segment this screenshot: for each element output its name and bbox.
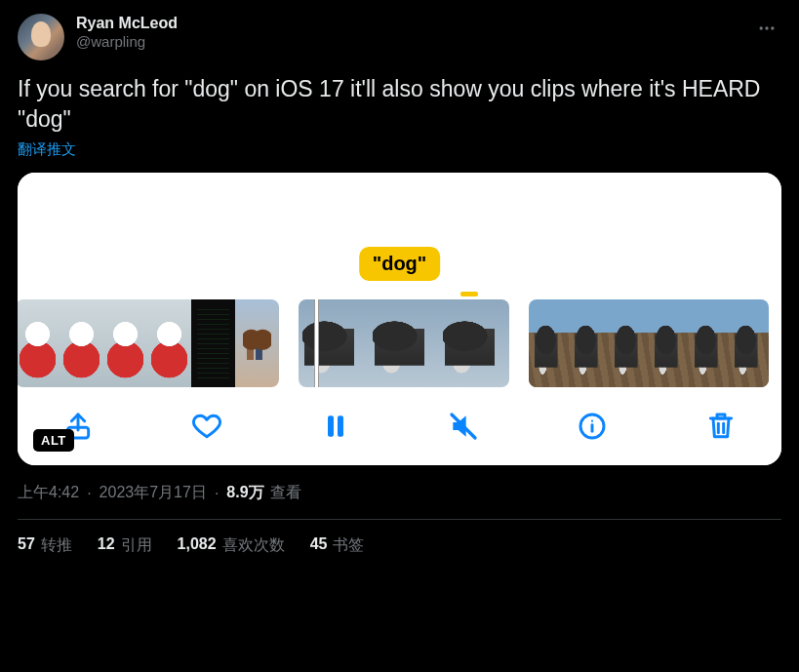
search-term-bubble: "dog" [359,247,441,281]
like-button[interactable] [187,407,226,446]
tweet-time[interactable]: 上午4:42 [18,483,79,503]
bookmarks-label: 书签 [333,535,364,556]
video-frame [529,299,569,387]
bookmarks-count: 45 [310,535,328,556]
separator: · [85,485,93,502]
translate-link[interactable]: 翻译推文 [18,140,76,159]
video-frame [729,299,769,387]
clip-group-active[interactable] [299,299,509,387]
media-toolbar [18,387,781,465]
video-frame [439,299,509,387]
author-block[interactable]: Ryan McLeod @warpling [76,14,178,52]
heart-icon [191,411,222,442]
video-frame [649,299,689,387]
more-options-button[interactable] [750,12,783,45]
views-label: 查看 [270,483,301,503]
tweet-header: Ryan McLeod @warpling [18,14,781,60]
retweets-stat[interactable]: 57 转推 [18,535,72,556]
likes-stat[interactable]: 1,082 喜欢次数 [178,535,285,556]
bookmarks-stat[interactable]: 45 书签 [310,535,365,556]
video-frame [689,299,729,387]
likes-count: 1,082 [178,535,217,556]
video-frame [369,299,439,387]
trash-icon [705,411,737,442]
more-icon [757,19,777,38]
tweet-text: If you search for "dog" on iOS 17 it'll … [18,74,781,135]
quotes-stat[interactable]: 12 引用 [98,535,152,556]
mute-button[interactable] [444,407,483,446]
retweets-label: 转推 [41,535,72,556]
svg-point-0 [760,26,763,29]
views-count[interactable]: 8.9万 [226,483,263,503]
video-frame [569,299,609,387]
svg-point-9 [591,420,593,422]
engagement-stats: 57 转推 12 引用 1,082 喜欢次数 45 书签 [18,535,781,556]
separator: · [213,485,220,502]
info-icon [577,411,608,442]
retweets-count: 57 [18,535,35,556]
speaker-muted-icon [448,411,479,442]
user-handle: @warpling [76,33,178,52]
video-frame [609,299,649,387]
pause-icon [320,411,351,442]
avatar[interactable] [18,14,64,60]
tweet-date[interactable]: 2023年7月17日 [100,483,207,503]
tweet-container: Ryan McLeod @warpling If you search for … [0,0,799,570]
info-button[interactable] [573,407,612,446]
quotes-count: 12 [98,535,115,556]
video-frame [299,299,369,387]
display-name: Ryan McLeod [76,14,178,33]
playhead[interactable] [314,299,319,387]
media-card[interactable]: "dog" [18,173,781,465]
pause-button[interactable] [316,407,355,446]
clip-group[interactable] [18,299,279,387]
divider [18,519,781,520]
likes-label: 喜欢次数 [222,535,285,556]
video-frame [103,299,147,387]
video-frame [235,299,279,387]
video-frame [191,299,235,387]
clip-group[interactable] [529,299,769,387]
video-frame [18,299,60,387]
scrub-marker [460,292,478,296]
svg-point-1 [765,26,768,29]
video-frame [60,299,103,387]
media-blank-area: "dog" [18,173,781,299]
alt-badge[interactable]: ALT [33,429,74,452]
svg-rect-5 [338,415,343,436]
video-frame [147,299,191,387]
tweet-meta: 上午4:42 · 2023年7月17日 · 8.9万 查看 [18,483,781,503]
video-timeline[interactable] [18,299,781,387]
delete-button[interactable] [701,407,740,446]
quotes-label: 引用 [121,535,152,556]
svg-rect-4 [328,415,334,436]
svg-point-2 [771,26,774,29]
